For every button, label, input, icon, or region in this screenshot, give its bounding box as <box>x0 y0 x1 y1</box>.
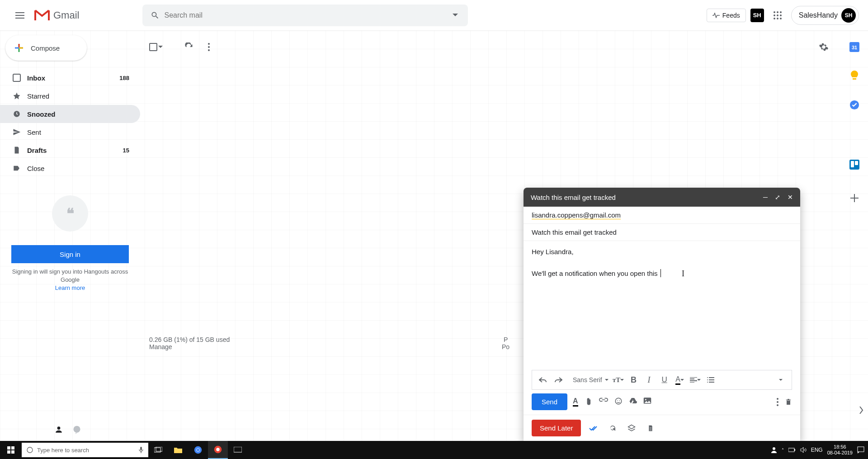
settings-button[interactable] <box>816 39 832 55</box>
compose-body[interactable]: Hey Lisandra, We'll get a notification w… <box>524 241 800 370</box>
svg-point-1 <box>777 11 778 13</box>
search-bar[interactable] <box>142 5 468 26</box>
image-icon[interactable] <box>643 397 651 404</box>
clock[interactable]: 18:56 08-04-2019 <box>827 444 853 456</box>
chevron-right-icon <box>859 407 863 414</box>
svg-point-20 <box>619 400 620 401</box>
subject-field[interactable]: Watch this email get tracked <box>524 224 800 241</box>
mail-toolbar <box>149 36 832 58</box>
side-panel-toggle[interactable] <box>859 407 863 414</box>
svg-point-42 <box>197 449 199 451</box>
tasks-addon[interactable] <box>846 97 863 113</box>
tasks-icon <box>849 100 859 110</box>
chrome-app[interactable] <box>188 441 208 459</box>
google-apps-button[interactable] <box>769 6 787 24</box>
language-indicator[interactable]: ENG <box>811 447 823 453</box>
task-view-icon <box>154 447 162 453</box>
trello-addon[interactable] <box>846 156 863 173</box>
emoji-icon[interactable] <box>614 397 623 405</box>
list-button[interactable] <box>703 373 718 387</box>
search-button[interactable] <box>146 6 164 24</box>
format-toggle-button[interactable]: A <box>573 397 578 407</box>
app-generic[interactable] <box>228 441 248 459</box>
more-vert-icon[interactable] <box>777 398 778 406</box>
svg-point-0 <box>774 11 775 13</box>
select-all-checkbox[interactable] <box>149 43 163 51</box>
more-button[interactable] <box>201 39 217 55</box>
sidebar-item-inbox[interactable]: Inbox 188 <box>0 69 140 87</box>
gmail-logo[interactable]: Gmail <box>34 9 79 21</box>
close-button[interactable]: ✕ <box>788 194 793 201</box>
battery-icon[interactable] <box>788 447 796 453</box>
cortana-icon <box>26 446 33 454</box>
trash-icon[interactable] <box>785 398 792 406</box>
font-selector[interactable]: Sans Serif <box>571 373 610 387</box>
more-format-button[interactable] <box>774 373 788 387</box>
recipients-field[interactable]: lisandra.coppens@gmail.com <box>524 207 800 224</box>
link-icon[interactable] <box>599 397 608 402</box>
learn-more-link[interactable]: Learn more <box>55 284 85 291</box>
recipient-chip[interactable]: lisandra.coppens@gmail.com <box>532 211 621 219</box>
taskbar-search[interactable]: Type here to search <box>22 443 148 457</box>
text-color-button[interactable]: A <box>673 373 687 387</box>
redo-button[interactable] <box>551 373 566 387</box>
feeds-button[interactable]: Feeds <box>707 9 746 22</box>
font-size-button[interactable]: тT <box>611 373 626 387</box>
sidebar-item-drafts[interactable]: Drafts 15 <box>0 141 140 159</box>
sh-badge[interactable]: SH <box>750 9 764 22</box>
drive-icon[interactable] <box>629 397 637 404</box>
sidebar-item-snoozed[interactable]: Snoozed <box>0 105 140 123</box>
minimize-button[interactable]: ─ <box>763 194 768 201</box>
task-view-button[interactable] <box>148 441 168 459</box>
bold-button[interactable]: B <box>627 373 641 387</box>
person-icon[interactable] <box>54 425 63 434</box>
fullscreen-button[interactable]: ⤢ <box>775 194 780 201</box>
subject-text: Watch this email get tracked <box>532 228 617 236</box>
search-options-button[interactable] <box>446 6 464 24</box>
svg-point-5 <box>780 14 782 16</box>
notifications-icon[interactable] <box>857 446 864 454</box>
calendar-addon[interactable]: 31 <box>846 39 863 55</box>
file-explorer-app[interactable] <box>168 441 188 459</box>
compose-button[interactable]: Compose <box>5 35 87 61</box>
manage-storage-link[interactable]: Manage <box>149 343 172 350</box>
underline-button[interactable]: U <box>657 373 672 387</box>
sidebar-item-close[interactable]: Close <box>0 159 140 177</box>
saleshandy-account-button[interactable]: SalesHandy SH <box>791 6 859 25</box>
powered-text-partial: P Po <box>502 336 509 350</box>
start-button[interactable] <box>0 441 22 459</box>
chrome-app-active[interactable] <box>208 441 228 459</box>
gmail-text: Gmail <box>53 9 79 21</box>
tracking-toggle[interactable] <box>587 422 600 435</box>
italic-button[interactable]: I <box>642 373 656 387</box>
saleshandy-label: SalesHandy <box>799 11 838 19</box>
templates-button[interactable] <box>625 422 638 435</box>
saleshandy-toolbar: Send Later <box>524 415 800 441</box>
main-menu-button[interactable] <box>9 5 31 26</box>
people-icon[interactable] <box>771 447 777 453</box>
attach-icon[interactable] <box>585 397 593 406</box>
hangouts-tab-icon[interactable] <box>72 425 81 434</box>
sequence-button[interactable] <box>606 422 619 435</box>
sidebar-item-sent[interactable]: Sent <box>0 123 140 141</box>
drafts-icon <box>13 146 21 154</box>
search-input[interactable] <box>164 11 446 19</box>
clock-icon <box>13 110 21 118</box>
documents-button[interactable] <box>644 422 657 435</box>
sidebar-item-starred[interactable]: Starred <box>0 87 140 105</box>
tray-expand[interactable]: ˄ <box>782 448 784 453</box>
sidebar-item-label: Starred <box>27 92 49 100</box>
align-button[interactable] <box>688 373 703 387</box>
undo-button[interactable] <box>536 373 550 387</box>
compose-header[interactable]: Watch this email get tracked ─ ⤢ ✕ <box>524 188 800 207</box>
volume-icon[interactable] <box>800 447 807 453</box>
send-later-button[interactable]: Send Later <box>532 420 581 436</box>
send-button[interactable]: Send <box>532 393 567 410</box>
svg-point-3 <box>774 14 775 16</box>
hangouts-signin-button[interactable]: Sign in <box>11 245 129 263</box>
keep-addon[interactable] <box>846 68 863 84</box>
refresh-button[interactable] <box>181 39 197 55</box>
get-addons-button[interactable] <box>846 190 863 206</box>
checkbox-icon <box>149 43 157 51</box>
svg-point-6 <box>774 18 775 19</box>
